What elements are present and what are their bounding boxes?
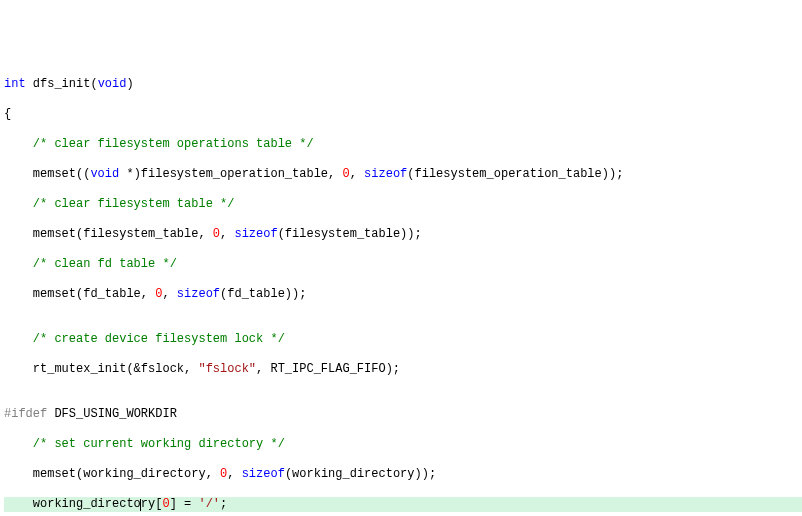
text: DFS_USING_WORKDIR bbox=[47, 407, 177, 421]
text: ) bbox=[126, 77, 133, 91]
code-line: /* create device filesystem lock */ bbox=[4, 332, 802, 347]
keyword: sizeof bbox=[364, 167, 407, 181]
code-line: memset(filesystem_table, 0, sizeof(files… bbox=[4, 227, 802, 242]
text: ry[ bbox=[141, 497, 163, 511]
text: working_directo bbox=[4, 497, 141, 511]
preprocessor: #ifdef bbox=[4, 407, 47, 421]
code-line: { bbox=[4, 107, 802, 122]
code-line: /* set current working directory */ bbox=[4, 437, 802, 452]
text: (working_directory)); bbox=[285, 467, 436, 481]
keyword: sizeof bbox=[242, 467, 285, 481]
keyword: int bbox=[4, 77, 26, 91]
code-line-highlighted: working_directory[0] = '/'; bbox=[4, 497, 802, 512]
keyword: void bbox=[98, 77, 127, 91]
comment: /* create device filesystem lock */ bbox=[4, 332, 285, 346]
comment: /* set current working directory */ bbox=[4, 437, 285, 451]
string: '/' bbox=[198, 497, 220, 511]
number: 0 bbox=[342, 167, 349, 181]
text: , bbox=[220, 227, 234, 241]
code-line: rt_mutex_init(&fslock, "fslock", RT_IPC_… bbox=[4, 362, 802, 377]
code-line: memset(fd_table, 0, sizeof(fd_table)); bbox=[4, 287, 802, 302]
text: , RT_IPC_FLAG_FIFO); bbox=[256, 362, 400, 376]
code-line: #ifdef DFS_USING_WORKDIR bbox=[4, 407, 802, 422]
text: ; bbox=[220, 497, 227, 511]
code-line: /* clear filesystem table */ bbox=[4, 197, 802, 212]
text: memset(( bbox=[4, 167, 90, 181]
code-line: /* clear filesystem operations table */ bbox=[4, 137, 802, 152]
text: memset(filesystem_table, bbox=[4, 227, 213, 241]
text: , bbox=[162, 287, 176, 301]
text: (fd_table)); bbox=[220, 287, 306, 301]
text: *)filesystem_operation_table, bbox=[119, 167, 342, 181]
number: 0 bbox=[162, 497, 169, 511]
string: "fslock" bbox=[198, 362, 256, 376]
comment: /* clear filesystem operations table */ bbox=[4, 137, 314, 151]
text: rt_mutex_init(&fslock, bbox=[4, 362, 198, 376]
text: (filesystem_table)); bbox=[278, 227, 422, 241]
code-line: memset((void *)filesystem_operation_tabl… bbox=[4, 167, 802, 182]
keyword: sizeof bbox=[234, 227, 277, 241]
text: ] = bbox=[170, 497, 199, 511]
code-block: int dfs_init(void) { /* clear filesystem… bbox=[4, 62, 802, 516]
text: (filesystem_operation_table)); bbox=[407, 167, 623, 181]
keyword: void bbox=[90, 167, 119, 181]
text: memset(fd_table, bbox=[4, 287, 155, 301]
text: , bbox=[350, 167, 364, 181]
keyword: sizeof bbox=[177, 287, 220, 301]
text: , bbox=[227, 467, 241, 481]
code-line: memset(working_directory, 0, sizeof(work… bbox=[4, 467, 802, 482]
comment: /* clean fd table */ bbox=[4, 257, 177, 271]
code-line: /* clean fd table */ bbox=[4, 257, 802, 272]
number: 0 bbox=[213, 227, 220, 241]
text: dfs_init( bbox=[26, 77, 98, 91]
text: memset(working_directory, bbox=[4, 467, 220, 481]
code-line: int dfs_init(void) bbox=[4, 77, 802, 92]
comment: /* clear filesystem table */ bbox=[4, 197, 234, 211]
